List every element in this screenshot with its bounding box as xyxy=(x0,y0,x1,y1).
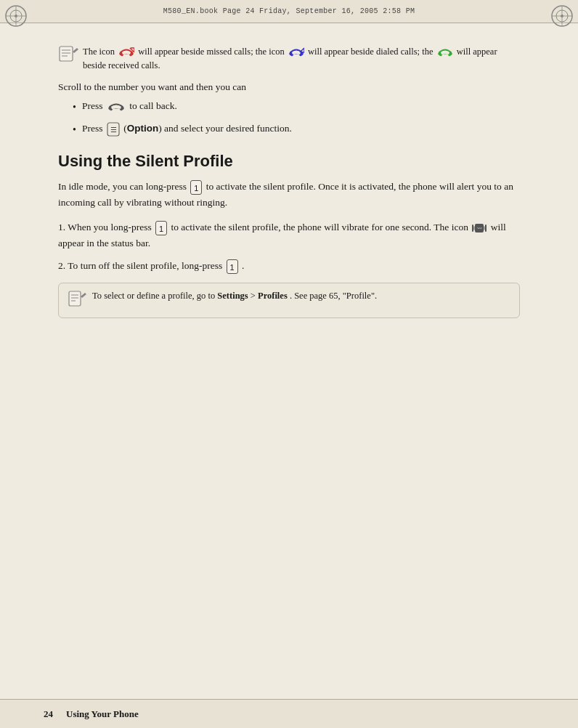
bullet-content-2: Press ☰ (Option) and select your desired… xyxy=(82,121,520,137)
section-body-text1: In idle mode, you can long-press xyxy=(58,181,189,192)
bullet-list: • Press to call back. • Press xyxy=(73,99,520,137)
bullet-dot-1: • xyxy=(73,100,76,116)
main-content: The icon will appear beside missed calls… xyxy=(44,23,534,699)
numbered-item-2: 2. To turn off the silent profile, long-… xyxy=(58,258,520,274)
tip2-sep1: > xyxy=(251,291,258,301)
vibrate-status-icon: 〰 xyxy=(472,222,487,235)
svg-point-9 xyxy=(561,15,563,17)
bullet2-paren-option: (Option) and select your desired functio… xyxy=(123,123,292,134)
key-1-icon-2: 1 xyxy=(155,221,167,235)
corner-tl xyxy=(3,3,29,29)
key-1-icon-1: 1 xyxy=(190,180,202,195)
key-1-icon-3: 1 xyxy=(227,259,238,274)
numbered-item-1: 1. When you long-press 1 to activate the… xyxy=(58,219,520,251)
tip-block-2: To select or define a profile, go to Set… xyxy=(58,283,520,318)
scroll-line-text: Scroll to the number you want and then y… xyxy=(58,81,246,92)
num1-middle: to activate the silent profile, the phon… xyxy=(171,222,471,232)
footer-bar: 24 Using Your Phone xyxy=(0,699,578,728)
bullet-item-1: • Press to call back. xyxy=(73,99,520,116)
bullet-item-2: • Press ☰ (Option) and select your desir… xyxy=(73,121,520,138)
tip2-settings: Settings xyxy=(217,291,248,301)
num2-before: 2. To turn off the silent profile, long-… xyxy=(58,260,222,271)
bullet-dot-2: • xyxy=(73,122,76,138)
tip1-text-after-icon1: will appear beside missed calls; the ico… xyxy=(138,46,286,57)
tip-block-icon-2 xyxy=(68,291,86,312)
corner-tr xyxy=(549,3,575,29)
bullet2-press: Press xyxy=(82,123,105,134)
tip2-profiles: Profiles xyxy=(258,291,288,301)
bullet-content-1: Press to call back. xyxy=(82,99,520,114)
header-text: M580_EN.book Page 24 Friday, September 1… xyxy=(163,7,415,15)
tip2-before: To select or define a profile, go to xyxy=(92,291,215,301)
svg-text:☰: ☰ xyxy=(110,126,116,134)
scroll-line: Scroll to the number you want and then y… xyxy=(58,80,520,95)
footer-page-number: 24 xyxy=(44,708,53,720)
tip1-the-icon: The icon xyxy=(83,46,117,57)
footer-section-title: Using Your Phone xyxy=(66,708,139,720)
svg-point-4 xyxy=(15,15,17,17)
section-body: In idle mode, you can long-press 1 to ac… xyxy=(58,179,520,211)
page-container: M580_EN.book Page 24 Friday, September 1… xyxy=(0,0,578,728)
tip-icon-1 xyxy=(58,46,78,62)
num2-after: . xyxy=(242,260,244,271)
svg-rect-34 xyxy=(69,291,81,306)
bullet1-suffix: to call back. xyxy=(129,100,177,111)
num1-before: 1. When you long-press xyxy=(58,222,154,232)
tip-box-1: The icon will appear beside missed calls… xyxy=(58,45,520,73)
dialed-call-icon xyxy=(288,46,304,58)
tip-text-1: The icon will appear beside missed calls… xyxy=(83,45,520,73)
section-heading: Using the Silent Profile xyxy=(58,151,520,172)
header-bar: M580_EN.book Page 24 Friday, September 1… xyxy=(0,0,578,23)
tip-block-text-2: To select or define a profile, go to Set… xyxy=(92,289,377,303)
bullet1-press: Press xyxy=(82,100,103,111)
received-call-icon xyxy=(437,46,453,58)
svg-text:〰: 〰 xyxy=(477,226,482,231)
option-key-icon: ☰ xyxy=(107,122,120,137)
call-back-icon xyxy=(107,100,126,113)
svg-rect-20 xyxy=(60,46,73,61)
tip1-text-after-icon2: will appear beside dialed calls; the xyxy=(308,46,436,57)
missed-call-icon xyxy=(118,46,134,58)
tip2-after: . See page 65, "Profile". xyxy=(290,291,377,301)
